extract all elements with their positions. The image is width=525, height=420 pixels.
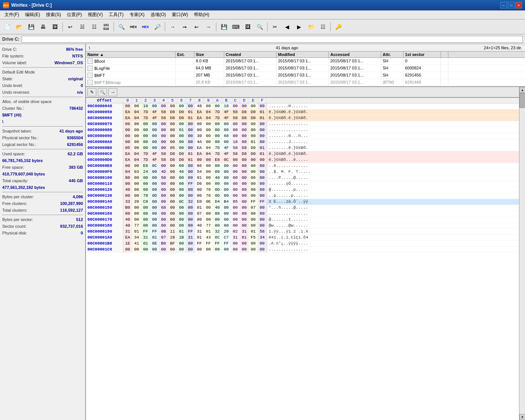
scroll-down-arrow[interactable]: ▼ <box>519 414 525 420</box>
hex-byte[interactable]: D0 <box>177 109 186 115</box>
hex-byte[interactable]: 00 <box>222 187 231 193</box>
hex-byte[interactable]: 00 <box>258 217 267 223</box>
hex-byte[interactable]: 00 <box>249 133 258 139</box>
hex-byte[interactable]: 00 <box>186 217 195 223</box>
hex-byte[interactable]: FF <box>186 181 195 187</box>
hex-byte[interactable]: 00 <box>240 241 249 246</box>
hex-byte[interactable]: 01 <box>204 229 213 234</box>
col-attr[interactable]: Attr. <box>381 52 404 57</box>
hex-byte[interactable]: 00 <box>240 217 249 223</box>
hex-byte[interactable]: 00 <box>141 175 150 181</box>
hex-byte[interactable]: 00 <box>240 127 249 133</box>
hex-byte[interactable]: 00 <box>231 127 240 133</box>
hex-byte[interactable]: 00 <box>159 139 168 145</box>
hex-byte[interactable]: 00 <box>186 223 195 228</box>
hex-byte[interactable]: 00 <box>168 175 177 181</box>
hex-byte[interactable]: 54 <box>195 169 204 175</box>
hex-byte[interactable]: 00 <box>150 205 159 211</box>
hex-byte[interactable]: 04 <box>132 157 141 163</box>
hex-byte[interactable]: 00 <box>132 205 141 211</box>
hex-byte[interactable]: 00 <box>231 157 240 163</box>
hex-byte[interactable]: 06 <box>249 175 258 181</box>
hex-byte[interactable]: 6E <box>150 241 159 246</box>
scroll-thumb[interactable] <box>519 93 525 108</box>
menu-item-文件F[interactable]: 文件(F) <box>1 11 22 19</box>
hex-byte[interactable]: 00 <box>150 217 159 223</box>
hex-byte[interactable]: 00 <box>177 193 186 199</box>
hex-byte[interactable]: 00 <box>159 211 168 217</box>
hex-byte[interactable]: 01 <box>141 241 150 246</box>
hex-byte[interactable]: FF <box>186 229 195 234</box>
hex-byte[interactable]: 00 <box>150 175 159 181</box>
hex-byte[interactable]: 58 <box>258 229 267 234</box>
hex-byte[interactable]: 32 <box>213 229 222 234</box>
hex-byte[interactable]: 04 <box>204 151 213 157</box>
hex-byte[interactable]: 00 <box>195 127 204 133</box>
hex-byte[interactable]: 00 <box>150 187 159 193</box>
hex-byte[interactable]: 4F <box>222 145 231 151</box>
hex-byte[interactable]: 00 <box>168 223 177 228</box>
hex-byte[interactable]: D8 <box>168 151 177 157</box>
hex-byte[interactable]: 00 <box>222 247 231 252</box>
hex-byte[interactable]: 40 <box>195 223 204 228</box>
hex-byte[interactable]: 01 <box>195 205 204 211</box>
hex-byte[interactable]: 4F <box>150 151 159 157</box>
hex-search-button[interactable]: 🔍 <box>98 88 107 96</box>
hex-byte[interactable]: 04 <box>132 109 141 115</box>
hex-edit-button[interactable]: ✎ <box>87 88 96 96</box>
hex-byte[interactable]: 31 <box>123 229 132 234</box>
hex-byte[interactable]: FF <box>141 229 150 234</box>
hex-byte[interactable]: 04 <box>132 151 141 157</box>
hex-byte[interactable]: 00 <box>222 205 231 211</box>
hex-byte[interactable]: 00 <box>249 127 258 133</box>
hex-byte[interactable]: 00 <box>177 223 186 228</box>
hex-byte[interactable]: 00 <box>186 127 195 133</box>
hex-byte[interactable]: 11 <box>168 229 177 234</box>
scroll-track[interactable] <box>519 93 525 414</box>
hex-byte[interactable]: 00 <box>231 247 240 252</box>
hex-byte[interactable]: 05 <box>123 145 132 151</box>
hex-byte[interactable]: 00 <box>258 181 267 187</box>
hex-byte[interactable]: 00 <box>186 163 195 169</box>
hex-byte[interactable]: 00 <box>240 223 249 228</box>
hex-byte[interactable]: EA <box>195 109 204 115</box>
hex-byte[interactable]: 00 <box>141 247 150 252</box>
hex-byte[interactable]: C7 <box>222 235 231 240</box>
hex-byte[interactable]: 7D <box>141 157 150 163</box>
hex-byte[interactable]: 00 <box>213 103 222 109</box>
hex-byte[interactable]: 58 <box>159 151 168 157</box>
jump-button[interactable]: ⇝ <box>179 21 190 32</box>
cut-button[interactable]: ✂ <box>269 21 281 32</box>
hex-nav-button[interactable]: → <box>108 88 117 96</box>
hex-byte[interactable]: 00 <box>132 181 141 187</box>
hex-byte[interactable]: D0 <box>249 109 258 115</box>
hex-byte[interactable]: 00 <box>186 247 195 252</box>
hex-byte[interactable]: 00 <box>231 175 240 181</box>
hex-byte[interactable]: 00 <box>150 223 159 228</box>
hex-byte[interactable]: 00 <box>222 169 231 175</box>
hex-byte[interactable]: 01 <box>195 175 204 181</box>
hex-byte[interactable]: 18 <box>141 103 150 109</box>
hex-byte[interactable]: 00 <box>150 169 159 175</box>
hex-byte[interactable]: 00 <box>249 211 258 217</box>
hex-byte[interactable]: 70 <box>204 187 213 193</box>
hex-byte[interactable]: 00 <box>168 217 177 223</box>
new-button[interactable]: 📄 <box>1 21 13 32</box>
hex-byte[interactable]: 01 <box>186 157 195 163</box>
hex-byte[interactable]: FF <box>213 241 222 246</box>
hex-byte[interactable]: 00 <box>123 163 132 169</box>
hex-byte[interactable]: 01 <box>195 235 204 240</box>
hex-byte[interactable]: 00 <box>168 127 177 133</box>
forward-button[interactable]: ▶ <box>293 21 305 32</box>
hex-byte[interactable]: 00 <box>195 121 204 127</box>
hex-byte[interactable]: 00 <box>150 211 159 217</box>
hex-byte[interactable]: FF <box>150 229 159 234</box>
hex-byte[interactable]: 00 <box>240 181 249 187</box>
hex-byte[interactable]: 00 <box>177 163 186 169</box>
hex-byte[interactable]: 00 <box>177 205 186 211</box>
hex-byte[interactable]: 34 <box>258 235 267 240</box>
hex-byte[interactable]: 00 <box>177 133 186 139</box>
col-created[interactable]: Created <box>224 52 277 57</box>
hex-byte[interactable]: 00 <box>231 187 240 193</box>
hex-byte[interactable]: 04 <box>204 145 213 151</box>
